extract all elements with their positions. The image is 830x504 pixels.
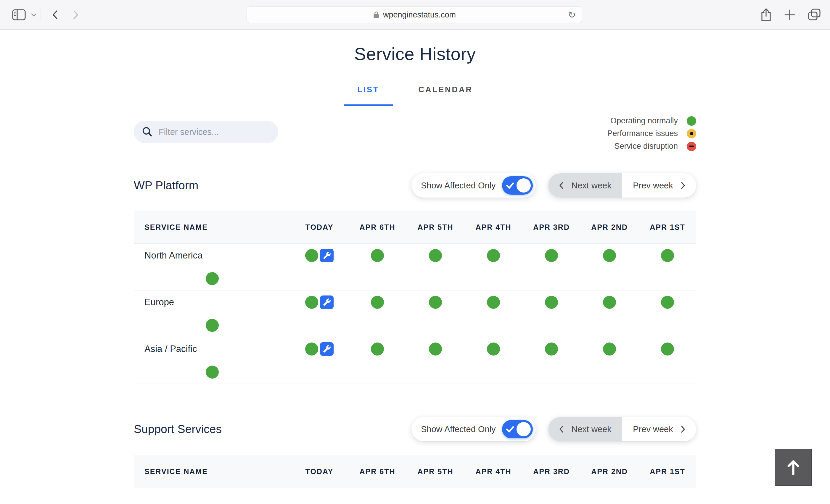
status-dot xyxy=(661,249,674,262)
legend-label: Performance issues xyxy=(607,129,678,138)
performance-issues-dot xyxy=(687,129,696,138)
table-row: Asia / Pacific xyxy=(134,337,696,383)
tab-list[interactable]: LIST xyxy=(344,85,393,106)
column-header: SERVICE NAME xyxy=(134,223,290,232)
next-week-button[interactable]: Next week xyxy=(548,173,622,198)
support-services-section-header: Support Services Show Affected Only Next… xyxy=(134,417,696,441)
day-cell xyxy=(134,272,290,285)
show-affected-toggle[interactable]: Show Affected Only xyxy=(411,173,536,198)
page-content: Service History LIST CALENDAR Operating … xyxy=(0,30,830,504)
column-header: APR 2ND xyxy=(580,223,638,232)
day-cell xyxy=(638,296,697,309)
browser-nav-controls xyxy=(12,0,79,30)
chevron-left-icon xyxy=(559,181,564,189)
tab-calendar[interactable]: CALENDAR xyxy=(405,85,487,106)
search-icon xyxy=(142,127,153,137)
column-header: APR 6TH xyxy=(348,467,407,476)
column-header: APR 4TH xyxy=(465,467,522,476)
column-header: APR 6TH xyxy=(348,223,407,232)
legend-label: Operating normally xyxy=(610,116,678,125)
status-dot xyxy=(371,342,384,356)
url-bar[interactable]: wpenginestatus.com ↻ xyxy=(247,6,582,23)
wp-platform-section-header: WP Platform Show Affected Only Next week… xyxy=(134,173,696,198)
prev-week-label: Prev week xyxy=(633,425,673,434)
forward-button[interactable] xyxy=(73,10,79,20)
wrench-icon xyxy=(323,251,331,259)
day-cell xyxy=(348,249,407,262)
maintenance-button[interactable] xyxy=(320,249,333,262)
check-icon xyxy=(506,426,514,432)
column-header: APR 3RD xyxy=(522,467,580,476)
legend-item: Service disruption xyxy=(607,140,696,153)
column-header: APR 3RD xyxy=(522,223,580,232)
maintenance-button[interactable] xyxy=(320,296,333,309)
status-dot xyxy=(429,249,442,262)
column-header: APR 1ST xyxy=(638,467,697,476)
toggle-label: Show Affected Only xyxy=(421,181,496,191)
chevron-down-icon xyxy=(31,13,36,16)
reload-button[interactable]: ↻ xyxy=(565,6,579,23)
next-week-label: Next week xyxy=(571,425,611,434)
day-cell xyxy=(465,249,522,262)
wp-platform-table: SERVICE NAMETODAYAPR 6THAPR 5THAPR 4THAP… xyxy=(134,211,696,384)
new-tab-button[interactable] xyxy=(784,9,796,21)
status-dot xyxy=(545,342,558,356)
status-dot xyxy=(545,296,558,309)
column-header: TODAY xyxy=(290,223,348,232)
status-dot xyxy=(603,342,616,356)
service-name: Europe xyxy=(134,297,290,308)
scroll-to-top-button[interactable] xyxy=(775,449,812,486)
today-cell xyxy=(290,342,348,356)
show-affected-toggle[interactable]: Show Affected Only xyxy=(411,417,536,441)
day-cell xyxy=(580,249,638,262)
tab-overview-button[interactable] xyxy=(807,8,821,21)
service-name: Asia / Pacific xyxy=(134,344,290,354)
column-header: APR 4TH xyxy=(465,223,522,232)
sidebar-dropdown-button[interactable] xyxy=(31,13,36,16)
prev-week-label: Prev week xyxy=(633,181,673,191)
day-cell xyxy=(522,342,580,356)
forward-icon xyxy=(73,10,79,20)
day-cell xyxy=(465,296,522,309)
status-dot xyxy=(305,296,318,309)
column-header: APR 5TH xyxy=(407,467,465,476)
today-cell xyxy=(290,249,348,262)
status-dot xyxy=(305,249,318,262)
day-cell xyxy=(407,296,465,309)
day-cell xyxy=(580,296,638,309)
legend-item: Operating normally xyxy=(607,114,696,127)
toggle-switch[interactable] xyxy=(502,176,533,195)
status-dot xyxy=(429,342,442,356)
reload-icon: ↻ xyxy=(568,9,576,20)
day-cell xyxy=(348,296,407,309)
table-row xyxy=(134,488,696,504)
next-week-button[interactable]: Next week xyxy=(548,417,622,441)
wp-platform-heading: WP Platform xyxy=(134,179,198,192)
table-row: North America xyxy=(134,243,696,290)
status-dot xyxy=(371,249,384,262)
column-header: APR 2ND xyxy=(580,467,638,476)
prev-week-button[interactable]: Prev week xyxy=(622,173,696,198)
day-cell xyxy=(522,296,580,309)
maintenance-button[interactable] xyxy=(320,342,333,356)
prev-week-button[interactable]: Prev week xyxy=(622,417,696,441)
toolbar-divider xyxy=(40,8,41,21)
filter-services-field[interactable] xyxy=(134,121,278,143)
share-button[interactable] xyxy=(760,8,772,22)
back-icon xyxy=(52,10,58,20)
plus-icon xyxy=(784,9,796,21)
day-cell xyxy=(522,249,580,262)
sidebar-toggle-button[interactable] xyxy=(12,9,26,21)
toggle-switch[interactable] xyxy=(502,420,533,438)
day-cell xyxy=(580,342,638,356)
back-button[interactable] xyxy=(52,10,58,20)
filter-services-input[interactable] xyxy=(159,121,278,143)
table-header: SERVICE NAMETODAYAPR 6THAPR 5THAPR 4THAP… xyxy=(134,211,696,243)
column-header: TODAY xyxy=(290,467,348,476)
toggle-knob xyxy=(516,178,531,193)
status-dot xyxy=(603,249,616,262)
day-cell xyxy=(348,342,407,356)
status-legend: Operating normally Performance issues Se… xyxy=(607,114,696,153)
table-row: Europe xyxy=(134,290,696,337)
chevron-right-icon xyxy=(681,181,685,189)
